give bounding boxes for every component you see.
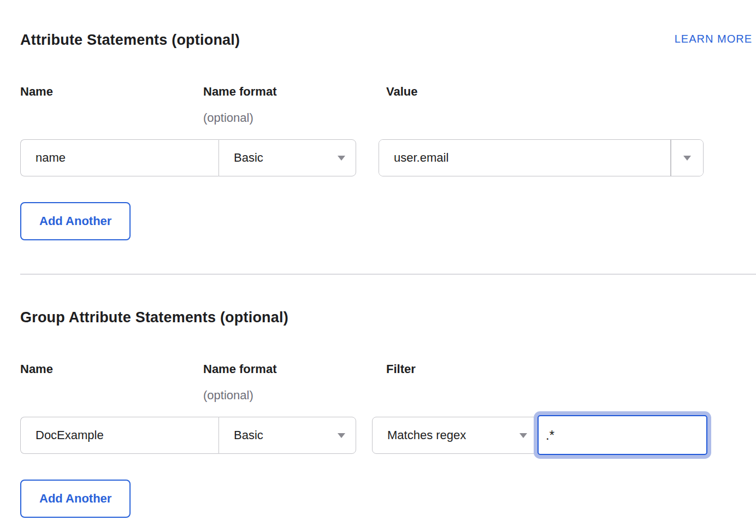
attr-value-input[interactable] xyxy=(379,140,670,176)
caret-down-icon xyxy=(338,156,345,161)
attr-name-format-value: Basic xyxy=(234,151,263,165)
column-header-name-format: Name format xyxy=(203,362,276,376)
add-another-button[interactable]: Add Another xyxy=(20,480,131,518)
caret-down-icon xyxy=(519,433,527,438)
section-title-attribute-statements: Attribute Statements (optional) xyxy=(20,32,240,49)
group-name-format-value: Basic xyxy=(234,428,263,442)
group-filter-type-value: Matches regex xyxy=(387,428,466,442)
attr-name-format-dropdown[interactable]: Basic xyxy=(218,139,356,176)
section-divider xyxy=(20,274,756,275)
column-header-name: Name xyxy=(20,85,53,99)
group-name-input[interactable] xyxy=(20,417,218,454)
group-filter-value-input[interactable] xyxy=(538,415,707,455)
caret-down-icon xyxy=(338,433,345,438)
group-filter-type-dropdown[interactable]: Matches regex xyxy=(372,417,538,454)
attribute-statement-row: Basic xyxy=(20,139,356,176)
learn-more-link[interactable]: LEARN MORE xyxy=(675,33,752,45)
section-title-group-attribute-statements: Group Attribute Statements (optional) xyxy=(20,309,288,326)
column-header-value: Value xyxy=(386,85,417,99)
caret-down-icon xyxy=(683,156,691,161)
column-header-optional-note: (optional) xyxy=(203,111,253,125)
attr-value-field xyxy=(379,139,704,176)
group-name-format-dropdown[interactable]: Basic xyxy=(218,417,356,454)
column-header-name: Name xyxy=(20,362,53,376)
column-header-name-format: Name format xyxy=(203,85,276,99)
column-header-filter: Filter xyxy=(386,362,416,376)
attr-name-input[interactable] xyxy=(20,139,218,176)
group-attribute-statement-row: Basic xyxy=(20,417,356,454)
attr-value-dropdown-toggle[interactable] xyxy=(671,140,703,176)
column-header-optional-note: (optional) xyxy=(203,388,253,403)
add-another-button[interactable]: Add Another xyxy=(20,202,131,240)
